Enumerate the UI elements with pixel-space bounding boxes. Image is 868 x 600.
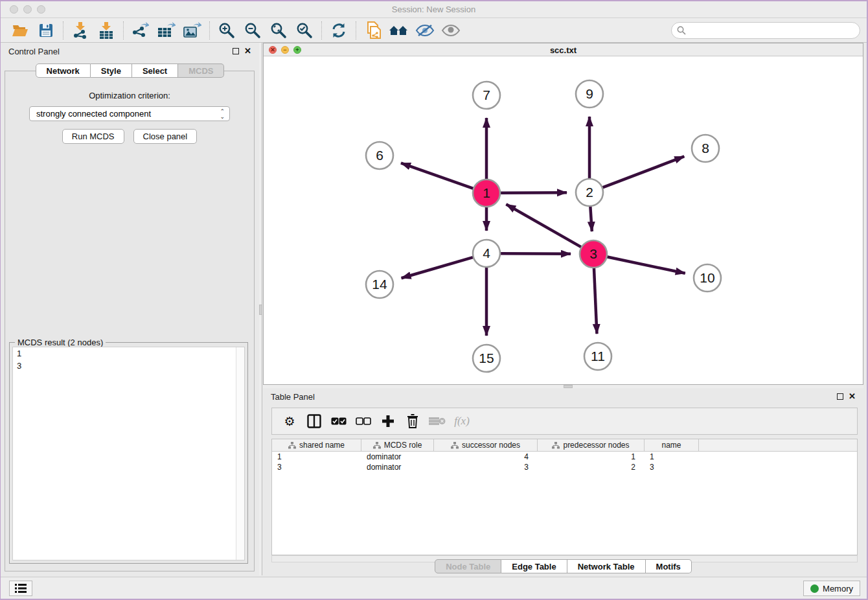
graph-edge-2-8[interactable]: [602, 156, 685, 187]
table-row[interactable]: 1 dominator 4 1 1: [272, 452, 857, 462]
graph-edge-3-1[interactable]: [506, 204, 581, 247]
tab-network[interactable]: Network: [36, 63, 91, 78]
table-options-button[interactable]: ⚙: [279, 411, 301, 432]
save-session-button[interactable]: [33, 21, 59, 40]
graph-node-1[interactable]: 1: [473, 179, 500, 207]
plus-icon: [382, 415, 394, 428]
task-history-button[interactable]: [9, 581, 32, 596]
zoom-selected-button[interactable]: [291, 21, 317, 40]
graph-edge-4-3[interactable]: [500, 253, 571, 254]
window-title: Session: New Session: [1, 5, 867, 14]
tab-mcds[interactable]: MCDS: [178, 63, 224, 78]
svg-text:3: 3: [589, 246, 597, 261]
delete-column-button[interactable]: [402, 411, 424, 432]
column-header-successor-nodes[interactable]: successor nodes: [434, 439, 538, 451]
zoom-out-icon: [244, 22, 261, 39]
select-all-columns-button[interactable]: [328, 411, 350, 432]
graph-node-7[interactable]: 7: [473, 82, 500, 109]
result-list-item[interactable]: 3: [13, 360, 244, 372]
eye-slash-icon: [415, 23, 435, 38]
close-panel-button[interactable]: Close panel: [133, 129, 198, 144]
graph-node-14[interactable]: 14: [366, 271, 393, 298]
export-image-button[interactable]: [179, 21, 205, 40]
column-header-mcds-role[interactable]: MCDS role: [361, 439, 434, 451]
zoom-in-button[interactable]: [214, 21, 240, 40]
import-network-button[interactable]: [67, 21, 93, 40]
cell-successor-nodes[interactable]: 3: [434, 462, 538, 472]
refresh-view-button[interactable]: [326, 21, 352, 40]
graph-node-15[interactable]: 15: [473, 345, 500, 372]
tab-style[interactable]: Style: [91, 63, 132, 78]
criterion-select[interactable]: strongly connected component ⌃⌄: [29, 106, 230, 121]
graph-node-3[interactable]: 3: [580, 240, 607, 268]
show-all-button[interactable]: [438, 21, 464, 40]
cell-name[interactable]: 3: [645, 462, 699, 472]
import-network-icon: [73, 22, 88, 39]
cell-successor-nodes[interactable]: 4: [434, 452, 538, 462]
graph-node-9[interactable]: 9: [576, 80, 603, 108]
tab-node-table[interactable]: Node Table: [435, 559, 501, 573]
cell-mcds-role[interactable]: dominator: [361, 452, 434, 462]
network-view-window: ✕ − + scc.txt 7968124314101511: [263, 43, 863, 385]
graph-node-6[interactable]: 6: [366, 142, 393, 169]
tab-select[interactable]: Select: [132, 63, 178, 78]
export-network-button[interactable]: [128, 21, 154, 40]
cell-shared-name[interactable]: 1: [272, 452, 361, 462]
splitter-handle[interactable]: [259, 305, 262, 315]
mcds-tab-panel: Optimization criterion: strongly connect…: [5, 71, 255, 571]
run-mcds-button[interactable]: Run MCDS: [62, 129, 124, 144]
clone-network-button[interactable]: [360, 21, 386, 40]
network-canvas[interactable]: 7968124314101511: [264, 56, 863, 384]
zoom-out-button[interactable]: [240, 21, 266, 40]
float-panel-icon[interactable]: [837, 393, 843, 400]
table-row[interactable]: 3 dominator 3 2 3: [272, 462, 857, 472]
function-builder-button: f(x): [451, 411, 473, 432]
export-table-button[interactable]: [154, 21, 179, 40]
graph-edge-2-3[interactable]: [590, 206, 591, 231]
memory-button[interactable]: Memory: [803, 581, 860, 596]
tab-network-table[interactable]: Network Table: [567, 559, 646, 573]
deselect-all-columns-button[interactable]: [352, 411, 374, 432]
search-box[interactable]: [671, 22, 860, 39]
control-panel-tabs: Network Style Select MCDS: [1, 63, 259, 78]
graph-edge-1-2[interactable]: [500, 192, 567, 193]
import-table-button[interactable]: [93, 21, 119, 40]
graph-edge-3-10[interactable]: [607, 257, 685, 273]
graph-edge-3-11[interactable]: [594, 268, 597, 334]
table-header-row: shared name MCDS role successor nodes pr…: [272, 439, 857, 452]
cell-predecessor-nodes[interactable]: 1: [538, 452, 645, 462]
vertical-splitter[interactable]: [259, 43, 262, 575]
show-columns-button[interactable]: [303, 411, 325, 432]
graph-node-4[interactable]: 4: [473, 240, 500, 267]
result-scrollbar[interactable]: [236, 347, 244, 560]
mcds-result-list[interactable]: 1 3: [12, 347, 245, 560]
close-panel-icon[interactable]: ✕: [244, 48, 251, 54]
graph-node-10[interactable]: 10: [694, 264, 721, 292]
graph-edge-4-14[interactable]: [402, 257, 474, 278]
cell-name[interactable]: 1: [645, 452, 699, 462]
tab-edge-table[interactable]: Edge Table: [501, 559, 567, 573]
nested-networks-button[interactable]: [386, 21, 412, 40]
column-header-predecessor-nodes[interactable]: predecessor nodes: [538, 439, 645, 451]
tab-motifs[interactable]: Motifs: [646, 559, 692, 573]
graph-node-11[interactable]: 11: [584, 343, 611, 370]
close-panel-icon[interactable]: ✕: [849, 393, 856, 400]
graph-node-8[interactable]: 8: [692, 135, 719, 162]
cell-shared-name[interactable]: 3: [272, 462, 361, 472]
graph-edge-1-6[interactable]: [401, 163, 474, 189]
search-input[interactable]: [689, 26, 854, 35]
column-header-name[interactable]: name: [645, 439, 699, 451]
network-graph[interactable]: 7968124314101511: [264, 56, 865, 384]
open-folder-icon: [12, 23, 29, 38]
create-column-button[interactable]: [377, 411, 399, 432]
graph-node-2[interactable]: 2: [576, 179, 603, 206]
float-panel-icon[interactable]: [233, 48, 239, 54]
column-header-shared-name[interactable]: shared name: [272, 439, 361, 451]
hide-selected-button[interactable]: [412, 21, 438, 40]
result-list-item[interactable]: 1: [13, 347, 244, 360]
svg-text:2: 2: [586, 185, 593, 200]
zoom-fit-button[interactable]: [266, 21, 291, 40]
open-file-button[interactable]: [7, 21, 33, 40]
cell-predecessor-nodes[interactable]: 2: [538, 462, 645, 472]
cell-mcds-role[interactable]: dominator: [361, 462, 434, 472]
